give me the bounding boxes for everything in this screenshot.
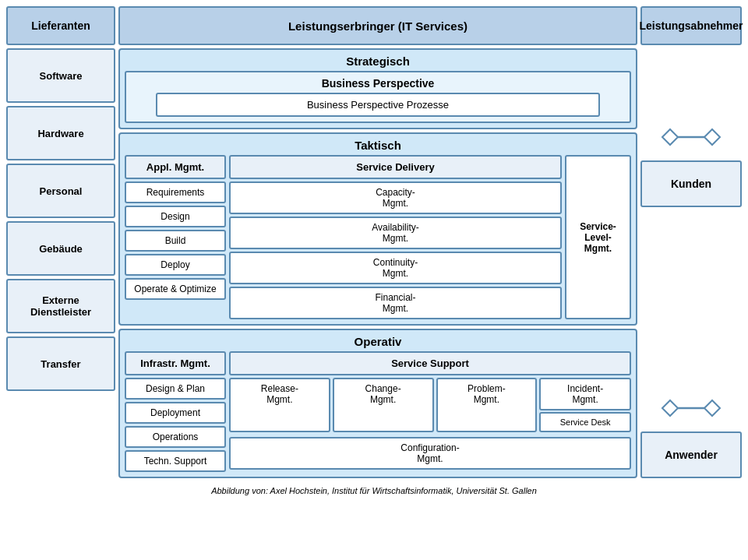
svg-marker-2 (662, 129, 678, 145)
deploy-box: Deploy (125, 254, 226, 276)
service-delivery-title: Service Delivery (229, 155, 562, 179)
slm-col: Service- Level- Mgmt. (565, 155, 631, 319)
service-delivery-col: Service Delivery Capacity- Mgmt. Availab… (229, 155, 562, 319)
operations-box: Operations (125, 426, 226, 448)
personal-item: Personal (6, 164, 115, 218)
taktisch-title: Taktisch (125, 139, 631, 152)
main-wrapper: Lieferanten Leistungserbringer (IT Servi… (0, 0, 748, 505)
business-perspective-block: Business Perspective Business Perspectiv… (125, 71, 631, 123)
appl-mgmt-title: Appl. Mgmt. (125, 155, 226, 179)
content-area: Software Hardware Personal Gebäude Exter… (6, 48, 742, 478)
appl-mgmt-col: Appl. Mgmt. Requirements Design Build De (125, 155, 226, 319)
sd-items: Capacity- Mgmt. Availability- Mgmt. Cont… (229, 181, 562, 319)
availability-box: Availability- Mgmt. (229, 217, 562, 249)
right-panel: Kunden Anwender (640, 48, 742, 478)
design-box: Design (125, 206, 226, 227)
lieferanten-header: Lieferanten (6, 6, 115, 45)
center-panel: Strategisch Business Perspective Busines… (118, 48, 637, 478)
strategisch-title: Strategisch (125, 55, 631, 68)
anwender-section: Anwender (640, 393, 742, 478)
release-box: Release- Mgmt. (229, 378, 330, 432)
double-arrow-kunden-svg (656, 122, 726, 153)
ss-row-top: Release- Mgmt. Change- Mgmt. Problem- Mg… (229, 378, 631, 432)
bp-prozesse-box: Business Perspective Prozesse (156, 93, 601, 117)
double-arrow-anwender-svg (656, 393, 726, 424)
operativ-inner: Infrastr. Mgmt. Design & Plan Deployment… (125, 351, 631, 472)
right-spacer-top (640, 48, 742, 118)
operativ-block: Operativ Infrastr. Mgmt. Design & Plan D… (118, 329, 637, 478)
svg-marker-7 (704, 400, 720, 416)
gebaeude-item: Gebäude (6, 221, 115, 276)
bp-title: Business Perspective (131, 77, 625, 90)
col-right-header: Leistungsabnehmer (640, 6, 742, 45)
incident-box: Incident- Mgmt. (539, 378, 631, 410)
continuity-box: Continuity- Mgmt. (229, 252, 562, 284)
infrastr-title: Infrastr. Mgmt. (125, 351, 226, 375)
svg-marker-4 (704, 129, 720, 145)
requirements-box: Requirements (125, 181, 226, 203)
leistungsabnehmer-header: Leistungsabnehmer (640, 6, 742, 45)
taktisch-block: Taktisch Appl. Mgmt. Requirements Design (118, 132, 637, 326)
col-left-header: Lieferanten (6, 6, 115, 45)
capacity-box: Capacity- Mgmt. (229, 181, 562, 214)
infrastr-col: Infrastr. Mgmt. Design & Plan Deployment… (125, 351, 226, 472)
software-item: Software (6, 48, 115, 103)
incident-stack: Incident- Mgmt. Service Desk (539, 378, 631, 432)
techn-support-box: Techn. Support (125, 450, 226, 472)
col-center-header: Leistungserbringer (IT Services) (118, 6, 637, 45)
configuration-box: Configuration- Mgmt. (229, 437, 631, 470)
anwender-box: Anwender (640, 431, 742, 478)
leistungserbringer-header: Leistungserbringer (IT Services) (118, 6, 637, 45)
externe-item: Externe Dienstleister (6, 279, 115, 333)
svg-marker-5 (662, 400, 678, 416)
service-support-col: Service Support Release- Mgmt. Change- M… (229, 351, 631, 472)
problem-box: Problem- Mgmt. (436, 378, 538, 432)
operativ-title: Operativ (125, 335, 631, 348)
service-desk-box: Service Desk (539, 412, 631, 432)
financial-box: Financial- Mgmt. (229, 287, 562, 319)
left-panel: Software Hardware Personal Gebäude Exter… (6, 48, 115, 478)
taktisch-inner: Appl. Mgmt. Requirements Design Build De (125, 155, 631, 319)
kunden-box: Kunden (640, 160, 742, 207)
slm-box: Service- Level- Mgmt. (565, 155, 631, 319)
operate-optimize-box: Operate & Optimize (125, 278, 226, 300)
double-arrow-kunden (640, 122, 742, 153)
hardware-item: Hardware (6, 106, 115, 160)
header-row: Lieferanten Leistungserbringer (IT Servi… (6, 6, 742, 45)
transfer-item: Transfer (6, 336, 115, 391)
change-box: Change- Mgmt. (333, 378, 434, 432)
double-arrow-anwender (640, 393, 742, 424)
design-plan-box: Design & Plan (125, 378, 226, 400)
right-spacer-mid (640, 382, 742, 389)
build-box: Build (125, 230, 226, 252)
footer-caption: Abbildung von: Axel Hochstein, Institut … (6, 483, 742, 498)
strategisch-block: Strategisch Business Perspective Busines… (118, 48, 637, 129)
deployment-box: Deployment (125, 402, 226, 424)
kunden-section: Kunden (640, 122, 742, 379)
service-support-title: Service Support (229, 351, 631, 375)
